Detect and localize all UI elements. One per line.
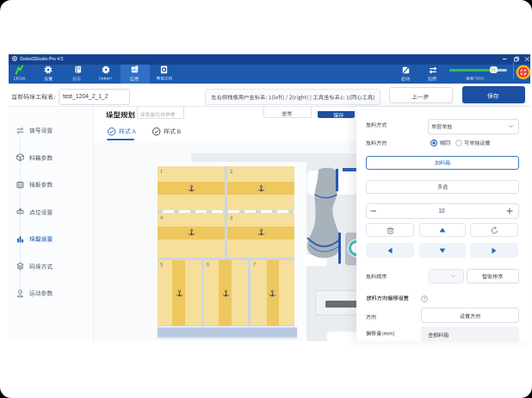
svg-text:?: ? (424, 295, 426, 301)
